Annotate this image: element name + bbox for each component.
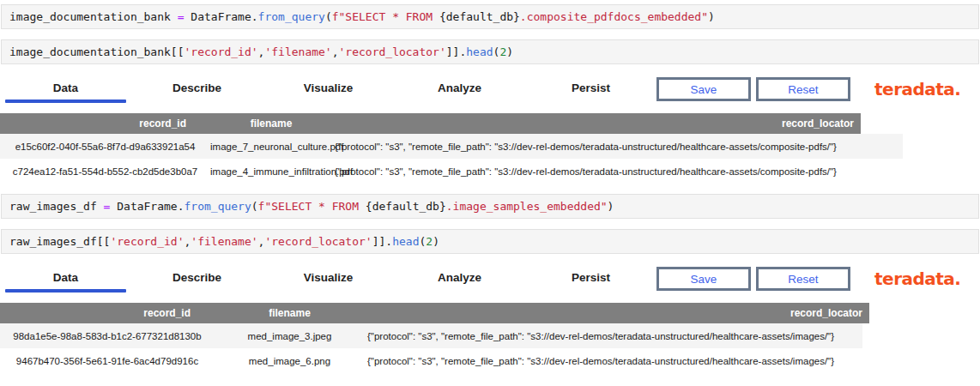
teradata-logo: teradata. xyxy=(874,79,960,100)
table-row[interactable]: 98da1e5e-98a8-583d-b1c2-677321d8130b med… xyxy=(0,323,862,348)
column-header-filename[interactable]: filename xyxy=(210,118,332,130)
code-token: .image_samples_embedded" xyxy=(446,200,608,213)
code-cell-head-pdfdocs[interactable]: image_documentation_bank[['record_id','f… xyxy=(1,39,979,64)
code-token: from_query xyxy=(185,200,251,213)
widget-toolbar-2: Data Describe Visualize Analyze Persist … xyxy=(0,266,980,292)
column-header-filename[interactable]: filename xyxy=(215,307,365,319)
code-token: f"SELECT * FROM xyxy=(258,200,366,213)
tab-persist[interactable]: Persist xyxy=(525,268,656,291)
table-header-row: record_id filename record_locator xyxy=(0,113,861,134)
column-header-record-id[interactable]: record_id xyxy=(0,307,215,319)
tab-data[interactable]: Data xyxy=(0,268,131,291)
code-token: ) xyxy=(608,200,614,213)
code-token: ) xyxy=(506,45,513,58)
cell-record-locator: {"protocol": "s3", "remote_file_path": "… xyxy=(365,356,862,366)
code-token: 'filename' xyxy=(264,45,331,58)
code-token: image_documentation_bank xyxy=(9,10,178,23)
widget-toolbar-1: Data Describe Visualize Analyze Persist … xyxy=(0,76,980,102)
code-token: DataFrame. xyxy=(110,200,184,213)
code-token: 'record_locator' xyxy=(339,45,446,58)
reset-button[interactable]: Reset xyxy=(756,267,850,291)
cell-filename: image_7_neuronal_culture.pdf xyxy=(210,142,332,152)
cell-filename: image_4_immune_infiltration.pdf xyxy=(210,166,332,177)
save-button[interactable]: Save xyxy=(656,267,751,291)
code-token: {default_db} xyxy=(366,200,446,213)
code-cell-query-pdfdocs[interactable]: image_documentation_bank = DataFrame.fro… xyxy=(1,4,979,29)
table-row[interactable]: e15c60f2-040f-55a6-8f7d-d9a633921a54 ima… xyxy=(0,134,903,159)
tab-visualize[interactable]: Visualize xyxy=(263,78,394,101)
teradata-logo: teradata. xyxy=(874,268,960,289)
code-token: raw_images_df xyxy=(9,200,104,213)
column-header-record-locator[interactable]: record_locator xyxy=(332,118,861,130)
cell-filename: med_image_6.png xyxy=(215,356,365,366)
code-token: 'record_id' xyxy=(185,45,258,58)
save-button[interactable]: Save xyxy=(656,77,751,101)
tab-bar: Data Describe Visualize Analyze Persist xyxy=(0,268,656,291)
cell-record-id: 9467b470-356f-5e61-91fe-6ac4d79d916c xyxy=(0,356,215,366)
code-token: .composite_pdfdocs_embedded" xyxy=(520,10,708,23)
tab-describe[interactable]: Describe xyxy=(131,268,263,291)
code-token: image_documentation_bank[[ xyxy=(9,45,185,58)
cell-record-id: c724ea12-fa51-554d-b552-cb2d5de3b0a7 xyxy=(0,166,210,177)
cell-record-locator: {"protocol": "s3", "remote_file_path": "… xyxy=(365,331,862,341)
code-token: {default_db} xyxy=(439,10,520,23)
code-token: , xyxy=(332,45,339,58)
code-token: 'record_locator' xyxy=(264,235,372,248)
code-token: 'record_id' xyxy=(110,235,184,248)
tab-bar: Data Describe Visualize Analyze Persist xyxy=(0,78,656,101)
tab-visualize[interactable]: Visualize xyxy=(263,268,394,291)
code-token: ]]. xyxy=(372,235,392,248)
tab-describe[interactable]: Describe xyxy=(131,78,263,101)
code-token: DataFrame. xyxy=(185,10,258,23)
tab-analyze[interactable]: Analyze xyxy=(394,78,525,101)
code-token: from_query xyxy=(258,10,325,23)
code-token: ) xyxy=(433,235,439,248)
table-header-row: record_id filename record_locator xyxy=(0,303,869,323)
table-row[interactable]: c724ea12-fa51-554d-b552-cb2d5de3b0a7 ima… xyxy=(0,159,903,184)
code-token: 2 xyxy=(426,235,433,248)
code-token: ) xyxy=(708,10,715,23)
column-header-record-id[interactable]: record_id xyxy=(0,118,210,130)
column-header-record-locator[interactable]: record_locator xyxy=(365,307,869,319)
code-cell-head-images[interactable]: raw_images_df[['record_id','filename','r… xyxy=(1,229,979,254)
code-token: head xyxy=(392,235,419,248)
cell-record-locator: {"protocol": "s3", "remote_file_path": "… xyxy=(332,166,903,177)
code-token: 'filename' xyxy=(191,235,257,248)
code-token: f"SELECT * FROM xyxy=(332,10,439,23)
dataframe-table-images: record_id filename record_locator 98da1e… xyxy=(0,303,980,373)
cell-filename: med_image_3.jpeg xyxy=(215,331,365,341)
code-token: ( xyxy=(325,10,332,23)
dataframe-table-pdfdocs: record_id filename record_locator e15c60… xyxy=(0,113,980,184)
code-token: ( xyxy=(251,200,258,213)
tab-analyze[interactable]: Analyze xyxy=(394,268,525,291)
cell-record-id: e15c60f2-040f-55a6-8f7d-d9a633921a54 xyxy=(0,142,210,152)
code-token: ]]. xyxy=(446,45,466,58)
reset-button[interactable]: Reset xyxy=(756,77,850,101)
code-cell-query-images[interactable]: raw_images_df = DataFrame.from_query(f"S… xyxy=(1,194,979,219)
cell-record-locator: {"protocol": "s3", "remote_file_path": "… xyxy=(332,142,903,152)
code-token: head xyxy=(466,45,493,58)
tab-data[interactable]: Data xyxy=(0,78,131,101)
table-row[interactable]: 9467b470-356f-5e61-91fe-6ac4d79d916c med… xyxy=(0,348,862,373)
tab-persist[interactable]: Persist xyxy=(525,78,656,101)
code-token: raw_images_df[[ xyxy=(9,235,110,248)
code-token: = xyxy=(178,10,185,23)
cell-record-id: 98da1e5e-98a8-583d-b1c2-677321d8130b xyxy=(0,331,215,341)
